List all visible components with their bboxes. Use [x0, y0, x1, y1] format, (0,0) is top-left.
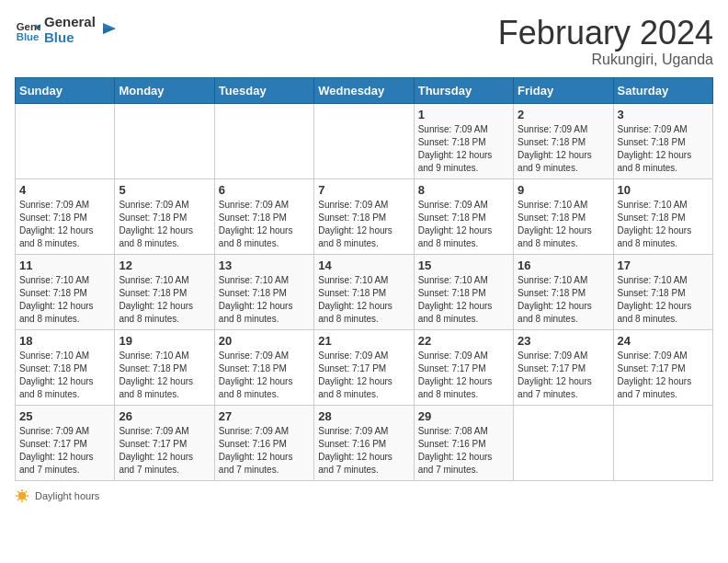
- calendar-cell: 23Sunrise: 7:09 AM Sunset: 7:17 PM Dayli…: [514, 329, 613, 405]
- day-number: 18: [19, 334, 110, 348]
- title-block: February 2024 Rukungiri, Uganda: [498, 15, 713, 68]
- day-number: 16: [518, 259, 609, 272]
- calendar-day-header: Tuesday: [214, 77, 313, 103]
- svg-text:Blue: Blue: [17, 30, 40, 41]
- calendar-cell: 15Sunrise: 7:10 AM Sunset: 7:18 PM Dayli…: [414, 254, 513, 329]
- page-header: General Blue General Blue February 2024 …: [15, 15, 713, 68]
- day-info: Sunrise: 7:09 AM Sunset: 7:18 PM Dayligh…: [418, 123, 509, 175]
- calendar-cell: 4Sunrise: 7:09 AM Sunset: 7:18 PM Daylig…: [16, 178, 115, 254]
- day-number: 27: [219, 409, 310, 423]
- calendar-cell: 2Sunrise: 7:09 AM Sunset: 7:18 PM Daylig…: [514, 103, 613, 178]
- logo-icon: General Blue: [15, 17, 40, 43]
- calendar-cell: 17Sunrise: 7:10 AM Sunset: 7:18 PM Dayli…: [613, 254, 712, 329]
- day-number: 20: [219, 334, 310, 348]
- day-info: Sunrise: 7:09 AM Sunset: 7:18 PM Dayligh…: [518, 123, 609, 175]
- day-number: 23: [518, 334, 609, 348]
- calendar-cell: 8Sunrise: 7:09 AM Sunset: 7:18 PM Daylig…: [414, 178, 513, 254]
- day-number: 10: [618, 183, 709, 197]
- calendar-week-row: 25Sunrise: 7:09 AM Sunset: 7:17 PM Dayli…: [16, 405, 713, 480]
- day-info: Sunrise: 7:09 AM Sunset: 7:17 PM Dayligh…: [318, 350, 409, 401]
- sun-icon: [15, 488, 29, 503]
- day-info: Sunrise: 7:09 AM Sunset: 7:18 PM Dayligh…: [219, 199, 310, 250]
- day-info: Sunrise: 7:09 AM Sunset: 7:18 PM Dayligh…: [119, 199, 210, 250]
- main-title: February 2024: [498, 15, 713, 52]
- calendar-week-row: 4Sunrise: 7:09 AM Sunset: 7:18 PM Daylig…: [16, 178, 713, 254]
- calendar-cell: 24Sunrise: 7:09 AM Sunset: 7:17 PM Dayli…: [613, 329, 712, 405]
- day-number: 19: [119, 334, 210, 348]
- day-info: Sunrise: 7:10 AM Sunset: 7:18 PM Dayligh…: [618, 199, 709, 250]
- calendar-cell: 12Sunrise: 7:10 AM Sunset: 7:18 PM Dayli…: [115, 254, 214, 329]
- day-info: Sunrise: 7:09 AM Sunset: 7:18 PM Dayligh…: [219, 350, 310, 401]
- calendar-day-header: Friday: [514, 77, 613, 103]
- calendar-cell: 10Sunrise: 7:10 AM Sunset: 7:18 PM Dayli…: [613, 178, 712, 254]
- day-info: Sunrise: 7:09 AM Sunset: 7:18 PM Dayligh…: [418, 199, 509, 250]
- calendar-cell: 11Sunrise: 7:10 AM Sunset: 7:18 PM Dayli…: [16, 254, 115, 329]
- day-info: Sunrise: 7:09 AM Sunset: 7:17 PM Dayligh…: [119, 425, 210, 477]
- calendar-cell: 13Sunrise: 7:10 AM Sunset: 7:18 PM Dayli…: [214, 254, 313, 329]
- day-number: 15: [418, 259, 509, 272]
- calendar-cell: 25Sunrise: 7:09 AM Sunset: 7:17 PM Dayli…: [16, 405, 115, 480]
- calendar-cell: 9Sunrise: 7:10 AM Sunset: 7:18 PM Daylig…: [514, 178, 613, 254]
- calendar-cell: 7Sunrise: 7:09 AM Sunset: 7:18 PM Daylig…: [314, 178, 414, 254]
- day-info: Sunrise: 7:10 AM Sunset: 7:18 PM Dayligh…: [219, 274, 310, 326]
- calendar-cell: 27Sunrise: 7:09 AM Sunset: 7:16 PM Dayli…: [214, 405, 313, 480]
- day-number: 17: [618, 259, 709, 272]
- day-number: 3: [618, 108, 709, 121]
- day-info: Sunrise: 7:09 AM Sunset: 7:17 PM Dayligh…: [418, 350, 509, 401]
- calendar-cell: 16Sunrise: 7:10 AM Sunset: 7:18 PM Dayli…: [514, 254, 613, 329]
- calendar-cell: [613, 405, 712, 480]
- svg-line-13: [26, 491, 28, 493]
- subtitle: Rukungiri, Uganda: [498, 52, 713, 68]
- logo-general: General: [44, 15, 96, 30]
- day-number: 26: [119, 409, 210, 423]
- calendar-cell: 26Sunrise: 7:09 AM Sunset: 7:17 PM Dayli…: [115, 405, 214, 480]
- calendar-cell: 1Sunrise: 7:09 AM Sunset: 7:18 PM Daylig…: [414, 103, 513, 178]
- day-info: Sunrise: 7:09 AM Sunset: 7:16 PM Dayligh…: [219, 425, 310, 477]
- day-number: 1: [418, 108, 509, 121]
- calendar-cell: 18Sunrise: 7:10 AM Sunset: 7:18 PM Dayli…: [16, 329, 115, 405]
- day-number: 24: [618, 334, 709, 348]
- day-info: Sunrise: 7:10 AM Sunset: 7:18 PM Dayligh…: [19, 350, 110, 401]
- calendar-cell: [314, 103, 414, 178]
- day-number: 21: [318, 334, 409, 348]
- day-number: 9: [518, 183, 609, 197]
- svg-line-12: [26, 499, 28, 500]
- svg-point-6: [18, 492, 26, 500]
- calendar-cell: 22Sunrise: 7:09 AM Sunset: 7:17 PM Dayli…: [414, 329, 513, 405]
- day-number: 25: [19, 409, 110, 423]
- day-info: Sunrise: 7:09 AM Sunset: 7:17 PM Dayligh…: [518, 350, 609, 401]
- day-number: 4: [19, 183, 110, 197]
- calendar-cell: [16, 103, 115, 178]
- calendar-cell: [514, 405, 613, 480]
- calendar-cell: 19Sunrise: 7:10 AM Sunset: 7:18 PM Dayli…: [115, 329, 214, 405]
- calendar-cell: 21Sunrise: 7:09 AM Sunset: 7:17 PM Dayli…: [314, 329, 414, 405]
- day-info: Sunrise: 7:10 AM Sunset: 7:18 PM Dayligh…: [518, 274, 609, 326]
- calendar-body: 1Sunrise: 7:09 AM Sunset: 7:18 PM Daylig…: [16, 103, 713, 480]
- calendar-week-row: 1Sunrise: 7:09 AM Sunset: 7:18 PM Daylig…: [16, 103, 713, 178]
- calendar-cell: 14Sunrise: 7:10 AM Sunset: 7:18 PM Dayli…: [314, 254, 414, 329]
- logo: General Blue General Blue: [15, 15, 118, 45]
- footer: Daylight hours: [15, 488, 713, 503]
- day-info: Sunrise: 7:10 AM Sunset: 7:18 PM Dayligh…: [119, 350, 210, 401]
- day-info: Sunrise: 7:10 AM Sunset: 7:18 PM Dayligh…: [618, 274, 709, 326]
- calendar-cell: 20Sunrise: 7:09 AM Sunset: 7:18 PM Dayli…: [214, 329, 313, 405]
- day-info: Sunrise: 7:09 AM Sunset: 7:18 PM Dayligh…: [19, 199, 110, 250]
- svg-line-14: [17, 499, 19, 500]
- logo-flag-icon: [99, 21, 118, 40]
- calendar-week-row: 18Sunrise: 7:10 AM Sunset: 7:18 PM Dayli…: [16, 329, 713, 405]
- day-number: 22: [418, 334, 509, 348]
- calendar-table: SundayMondayTuesdayWednesdayThursdayFrid…: [15, 77, 713, 481]
- day-info: Sunrise: 7:10 AM Sunset: 7:18 PM Dayligh…: [418, 274, 509, 326]
- day-number: 14: [318, 259, 409, 272]
- day-info: Sunrise: 7:09 AM Sunset: 7:17 PM Dayligh…: [618, 350, 709, 401]
- calendar-cell: 3Sunrise: 7:09 AM Sunset: 7:18 PM Daylig…: [613, 103, 712, 178]
- day-info: Sunrise: 7:10 AM Sunset: 7:18 PM Dayligh…: [518, 199, 609, 250]
- day-number: 7: [318, 183, 409, 197]
- calendar-week-row: 11Sunrise: 7:10 AM Sunset: 7:18 PM Dayli…: [16, 254, 713, 329]
- day-number: 2: [518, 108, 609, 121]
- calendar-day-header: Saturday: [613, 77, 712, 103]
- calendar-day-header: Thursday: [414, 77, 513, 103]
- calendar-day-header: Sunday: [16, 77, 115, 103]
- day-number: 5: [119, 183, 210, 197]
- svg-line-11: [17, 491, 19, 493]
